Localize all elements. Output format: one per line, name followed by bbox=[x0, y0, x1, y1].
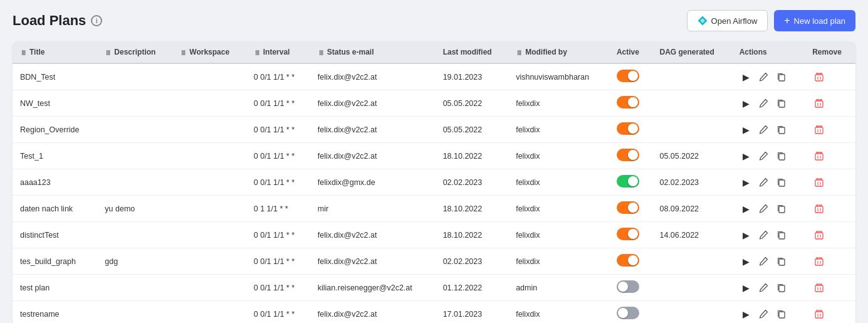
active-toggle[interactable] bbox=[617, 96, 639, 109]
copy-button[interactable] bbox=[775, 307, 788, 321]
cell-actions-container: ▶ bbox=[732, 63, 805, 90]
cell-description-container bbox=[97, 117, 172, 143]
run-button[interactable]: ▶ bbox=[740, 255, 753, 268]
copy-icon bbox=[776, 204, 786, 213]
cell-interval-container: 0 0/1 1/1 * * bbox=[246, 90, 310, 117]
active-toggle[interactable] bbox=[617, 201, 639, 214]
col-modified-by: ⫼ Modified by bbox=[508, 41, 609, 63]
remove-button[interactable] bbox=[812, 307, 826, 321]
filter-icon-workspace[interactable]: ⫼ bbox=[180, 48, 187, 56]
copy-button[interactable] bbox=[775, 176, 788, 189]
svg-rect-65 bbox=[779, 312, 785, 318]
cell-title-container: BDN_Test bbox=[13, 63, 97, 90]
filter-icon-title[interactable]: ⫼ bbox=[20, 48, 27, 56]
cell-modified-by-container: felixdix bbox=[508, 143, 609, 169]
remove-button[interactable] bbox=[812, 202, 826, 216]
cell-modified-by: vishnuviswambharan bbox=[516, 73, 589, 82]
copy-icon bbox=[776, 72, 786, 82]
remove-button[interactable] bbox=[812, 97, 826, 110]
remove-button[interactable] bbox=[812, 70, 826, 84]
cell-dag-generated-container bbox=[652, 63, 731, 90]
svg-rect-9 bbox=[779, 101, 785, 107]
filter-icon-modified-by[interactable]: ⫼ bbox=[516, 48, 523, 56]
cell-description-container: gdg bbox=[97, 248, 172, 275]
svg-rect-38 bbox=[815, 206, 823, 213]
cell-dag-generated: 02.02.2023 bbox=[659, 178, 699, 187]
cell-status-email-container: felix.dix@v2c2.at bbox=[310, 143, 436, 169]
copy-button[interactable] bbox=[775, 97, 788, 110]
edit-button[interactable] bbox=[757, 70, 771, 84]
run-button[interactable]: ▶ bbox=[740, 307, 753, 321]
cell-status-email: felix.dix@v2c2.at bbox=[318, 125, 377, 134]
edit-button[interactable] bbox=[757, 202, 771, 216]
svg-rect-23 bbox=[779, 154, 785, 160]
run-button[interactable]: ▶ bbox=[740, 97, 753, 110]
active-toggle[interactable] bbox=[617, 228, 639, 240]
remove-button[interactable] bbox=[812, 149, 826, 163]
actions-cell: ▶ bbox=[740, 123, 798, 137]
run-button[interactable]: ▶ bbox=[740, 202, 753, 216]
edit-button[interactable] bbox=[757, 281, 771, 295]
active-toggle[interactable] bbox=[617, 254, 639, 267]
copy-button[interactable] bbox=[775, 255, 788, 268]
open-airflow-button[interactable]: Open Airflow bbox=[687, 10, 768, 31]
cell-modified-by-container: vishnuviswambharan bbox=[508, 63, 609, 90]
new-load-plan-label: New load plan bbox=[794, 16, 845, 26]
cell-description-container bbox=[97, 222, 172, 248]
trash-icon bbox=[814, 230, 824, 240]
filter-icon-description[interactable]: ⫼ bbox=[105, 48, 112, 56]
run-button[interactable]: ▶ bbox=[740, 123, 753, 137]
active-toggle[interactable] bbox=[617, 70, 639, 82]
remove-button[interactable] bbox=[812, 255, 826, 268]
run-button[interactable]: ▶ bbox=[740, 176, 753, 189]
copy-icon bbox=[776, 230, 786, 240]
copy-icon bbox=[776, 125, 786, 134]
remove-button[interactable] bbox=[812, 123, 826, 137]
actions-cell: ▶ bbox=[740, 281, 798, 295]
edit-button[interactable] bbox=[757, 307, 771, 321]
cell-description-container bbox=[97, 169, 172, 196]
copy-button[interactable] bbox=[775, 228, 788, 242]
active-toggle[interactable] bbox=[617, 307, 639, 319]
new-load-plan-button[interactable]: + New load plan bbox=[774, 10, 855, 31]
run-button[interactable]: ▶ bbox=[740, 70, 753, 84]
remove-button[interactable] bbox=[812, 176, 826, 189]
trash-icon bbox=[814, 125, 824, 135]
cell-modified-by: felixdix bbox=[516, 125, 540, 134]
run-button[interactable]: ▶ bbox=[740, 281, 753, 295]
edit-button[interactable] bbox=[757, 149, 771, 163]
active-toggle[interactable] bbox=[617, 280, 639, 293]
svg-rect-37 bbox=[779, 206, 785, 213]
cell-status-email-container: mir bbox=[310, 196, 436, 222]
cell-interval: 0 0/1 1/1 * * bbox=[254, 152, 295, 161]
cell-modified-by: admin bbox=[516, 283, 537, 292]
table-row: daten nach linkyu demo0 1 1/1 * *mir18.1… bbox=[13, 196, 855, 222]
edit-button[interactable] bbox=[757, 255, 771, 268]
filter-icon-status-email[interactable]: ⫼ bbox=[318, 48, 325, 56]
cell-last-modified: 18.10.2022 bbox=[443, 231, 483, 240]
edit-button[interactable] bbox=[757, 176, 771, 189]
active-toggle[interactable] bbox=[617, 149, 639, 161]
edit-button[interactable] bbox=[757, 97, 771, 110]
info-icon[interactable]: i bbox=[91, 15, 102, 26]
cell-interval: 0 0/1 1/1 * * bbox=[254, 283, 295, 292]
cell-title: daten nach link bbox=[20, 204, 73, 213]
copy-button[interactable] bbox=[775, 70, 788, 84]
edit-button[interactable] bbox=[757, 123, 771, 137]
remove-button[interactable] bbox=[812, 228, 826, 242]
copy-button[interactable] bbox=[775, 281, 788, 295]
copy-button[interactable] bbox=[775, 149, 788, 163]
run-button[interactable]: ▶ bbox=[740, 228, 753, 242]
active-toggle[interactable] bbox=[617, 175, 639, 188]
copy-button[interactable] bbox=[775, 202, 788, 216]
cell-last-modified: 01.12.2022 bbox=[443, 283, 483, 292]
svg-rect-66 bbox=[815, 312, 823, 318]
copy-button[interactable] bbox=[775, 123, 788, 137]
cell-title-container: Test_1 bbox=[13, 143, 97, 169]
filter-icon-interval[interactable]: ⫼ bbox=[254, 48, 261, 56]
run-button[interactable]: ▶ bbox=[740, 149, 753, 163]
edit-button[interactable] bbox=[757, 228, 771, 242]
active-toggle[interactable] bbox=[617, 122, 639, 135]
cell-workspace-container bbox=[172, 248, 246, 275]
remove-button[interactable] bbox=[812, 281, 826, 295]
